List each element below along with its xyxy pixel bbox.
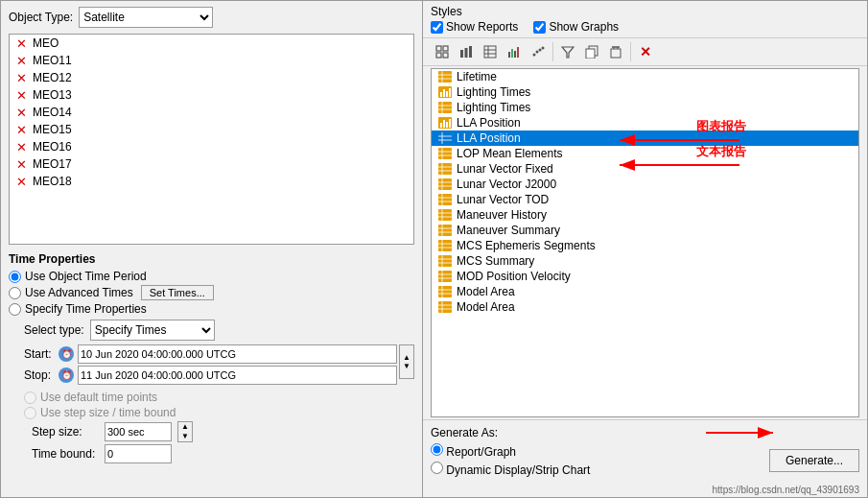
style-item-lunar-j2000[interactable]: Lunar Vector J2000 — [432, 177, 858, 192]
svg-rect-72 — [438, 240, 452, 251]
show-graphs-checkbox[interactable] — [533, 21, 546, 34]
style-item-mcs-ephemeris[interactable]: MCS Ephemeris Segments — [432, 238, 858, 253]
style-item-maneuver-history[interactable]: Maneuver History — [432, 207, 858, 223]
toolbar-sep-2 — [630, 42, 631, 61]
style-item-lifetime[interactable]: Lifetime — [432, 69, 858, 84]
step-size-time-bound-radio[interactable] — [24, 407, 36, 419]
show-reports-checkbox[interactable] — [431, 21, 443, 34]
svg-rect-5 — [465, 48, 468, 58]
default-time-points-radio[interactable] — [24, 391, 36, 404]
select-type-label: Select type: — [24, 323, 84, 337]
satellite-icon: ✕ — [13, 53, 29, 68]
toolbar-filter-btn[interactable] — [556, 40, 579, 63]
default-time-points-label: Use default time points — [40, 391, 157, 404]
svg-rect-3 — [443, 53, 448, 58]
list-item[interactable]: ✕MEO17 — [10, 155, 413, 173]
style-item-lla-position-2[interactable]: LLA Position — [432, 130, 858, 146]
style-item-lighting-times-2[interactable]: Lighting Times — [432, 100, 858, 115]
show-graphs-label[interactable]: Show Graphs — [533, 20, 619, 34]
specify-time-properties-radio[interactable] — [9, 303, 21, 316]
generate-button[interactable]: Generate... — [769, 449, 859, 472]
list-item[interactable]: ✕MEO14 — [10, 104, 413, 121]
report-graph-label[interactable]: Report/Graph — [431, 443, 590, 459]
style-icon-grid8 — [437, 208, 453, 222]
styles-checkboxes: Show Reports Show Graphs — [423, 20, 867, 37]
toolbar-grid-btn[interactable] — [431, 40, 454, 63]
time-options: Use default time points Use step size / … — [24, 391, 414, 419]
styles-list-container[interactable]: Lifetime Lighting Times Ligh — [431, 68, 859, 417]
style-item-model-area-2[interactable]: Model Area — [432, 299, 858, 315]
svg-rect-84 — [438, 286, 452, 297]
svg-rect-88 — [438, 301, 452, 313]
satellite-icon: ✕ — [13, 105, 29, 120]
time-expand-button[interactable]: ▲▼ — [399, 344, 414, 379]
list-item[interactable]: ✕MEO16 — [10, 138, 413, 155]
default-time-points-row: Use default time points — [24, 391, 414, 404]
toolbar-scatter-btn[interactable] — [527, 40, 550, 63]
style-item-model-area-1[interactable]: Model Area — [432, 284, 858, 299]
use-advanced-times-radio[interactable] — [9, 287, 21, 299]
step-down-icon[interactable]: ▼ — [178, 432, 192, 441]
list-item[interactable]: ✕MEO11 — [10, 52, 413, 69]
time-bound-row: Time bound: — [32, 444, 414, 463]
list-item[interactable]: ✕MEO13 — [10, 86, 413, 104]
right-panel: Styles Show Reports Show Graphs — [423, 1, 867, 497]
step-size-time-bound-row: Use step size / time bound — [24, 406, 414, 419]
style-item-mod-position[interactable]: MOD Position Velocity — [432, 269, 858, 284]
time-bound-input[interactable] — [105, 444, 172, 463]
use-advanced-times-label: Use Advanced Times — [25, 286, 133, 299]
style-icon-grid13 — [437, 285, 453, 298]
toolbar-table-btn[interactable] — [479, 40, 502, 63]
style-item-lunar-fixed[interactable]: Lunar Vector Fixed — [432, 161, 858, 177]
dynamic-display-label[interactable]: Dynamic Display/Strip Chart — [431, 462, 590, 477]
generate-section: Generate As: Report/Graph Dynamic Displa… — [423, 419, 867, 483]
style-icon-grid — [437, 70, 453, 83]
toolbar-close-btn[interactable]: ✕ — [634, 40, 657, 63]
start-time-input[interactable] — [78, 344, 397, 364]
dynamic-display-radio[interactable] — [431, 462, 443, 474]
report-graph-radio[interactable] — [431, 443, 443, 456]
svg-point-18 — [542, 47, 545, 50]
toolbar-chart-btn[interactable] — [455, 40, 478, 63]
step-size-input[interactable] — [105, 422, 172, 441]
object-list-container[interactable]: ✕MEO ✕MEO11 ✕MEO12 ✕MEO13 ✕MEO14 ✕MEO15 … — [9, 34, 414, 245]
toolbar-delete-btn[interactable] — [604, 40, 627, 63]
svg-rect-56 — [438, 178, 452, 190]
list-item[interactable]: ✕MEO15 — [10, 121, 413, 138]
stop-time-row: Stop: ⏰ — [24, 366, 397, 385]
toolbar-copy-btn[interactable] — [580, 40, 603, 63]
step-size-row: Step size: ▲ ▼ — [32, 421, 414, 442]
svg-marker-19 — [562, 47, 574, 58]
time-properties-title: Time Properties — [9, 252, 414, 266]
svg-rect-40 — [440, 123, 442, 128]
stop-label: Stop: — [24, 368, 55, 382]
start-time-row: Start: ⏰ — [24, 344, 397, 364]
style-item-mcs-summary[interactable]: MCS Summary — [432, 253, 858, 269]
satellite-icon: ✕ — [13, 36, 29, 51]
style-item-lunar-tod[interactable]: Lunar Vector TOD — [432, 192, 858, 207]
use-object-time-period-radio[interactable] — [9, 271, 21, 283]
styles-title: Styles — [423, 1, 867, 20]
style-icon-grid7 — [437, 193, 453, 206]
select-type-select[interactable]: Specify Times — [90, 320, 215, 341]
step-up-icon[interactable]: ▲ — [178, 422, 192, 432]
list-item[interactable]: ✕MEO12 — [10, 69, 413, 86]
show-reports-label[interactable]: Show Reports — [431, 20, 518, 34]
style-item-maneuver-summary[interactable]: Maneuver Summary — [432, 223, 858, 238]
satellite-icon: ✕ — [13, 139, 29, 154]
list-item[interactable]: ✕MEO18 — [10, 173, 413, 190]
generate-row: Report/Graph Dynamic Display/Strip Chart — [431, 443, 859, 477]
list-item[interactable]: ✕MEO — [10, 35, 413, 52]
stop-time-input[interactable] — [78, 366, 397, 385]
style-item-lighting-times-1[interactable]: Lighting Times — [432, 84, 858, 100]
start-clock-icon: ⏰ — [59, 346, 74, 362]
set-times-button[interactable]: Set Times... — [141, 285, 214, 300]
toolbar-bargroup-btn[interactable] — [503, 40, 526, 63]
svg-rect-32 — [443, 89, 445, 97]
style-item-lla-position-1[interactable]: LLA Position — [432, 115, 858, 130]
object-type-select[interactable]: Satellite Aircraft GroundVehicle — [79, 7, 213, 28]
style-icon-bar2 — [437, 116, 453, 130]
style-item-lop-mean[interactable]: LOP Mean Elements — [432, 146, 858, 161]
style-icon-grid11 — [437, 254, 453, 268]
step-spin-buttons[interactable]: ▲ ▼ — [177, 421, 193, 442]
